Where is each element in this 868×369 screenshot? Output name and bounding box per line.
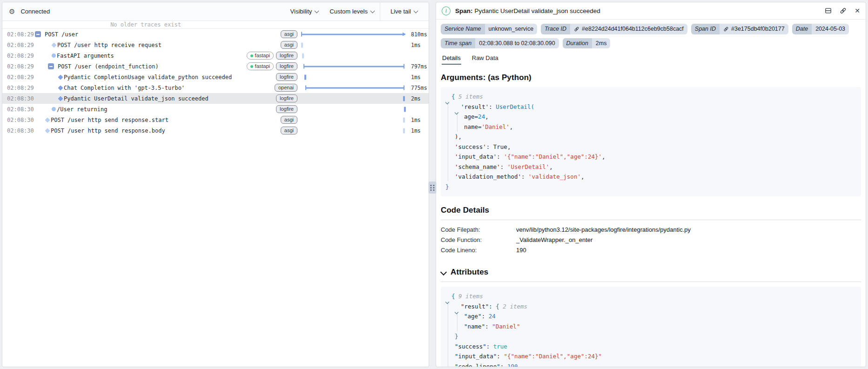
tag-logfire: logfire [276, 52, 297, 60]
indent-guide [448, 302, 448, 367]
trace-row-label: Chat Completion with 'gpt-3.5-turbo' [64, 85, 185, 91]
duration-bar [301, 42, 303, 47]
gear-icon[interactable]: ⚙ [2, 7, 20, 16]
badge-time-span: Time span02:08:30.088 to 02:08:30.090 [441, 38, 559, 49]
duration-bar [301, 34, 405, 35]
visibility-dropdown[interactable]: Visibility [285, 2, 324, 20]
trace-row-label: POST /user http send response.start [51, 117, 168, 123]
code-line: ), [445, 132, 856, 142]
trace-row[interactable]: 02:08:30/User returninglogfire [2, 104, 429, 114]
trace-timestamp: 02:08:29 [2, 53, 34, 59]
divider [441, 220, 861, 220]
duration-bar-track [301, 29, 407, 40]
tag-logfire: logfire [276, 105, 297, 113]
span-diamond-icon [45, 117, 50, 122]
indent-guide [457, 312, 458, 331]
badge-service-name: Service Nameunknown_service [441, 24, 537, 34]
span-diamond-icon [45, 128, 50, 133]
duration-bar-track [301, 104, 407, 114]
code-filepath-label: Code Filepath: [441, 225, 516, 235]
tag-asgi: asgi [281, 30, 297, 38]
duration-bar-track [301, 82, 407, 93]
code-line: } [445, 182, 856, 192]
trace-row-tags: asgi [277, 127, 301, 134]
panel-splitter[interactable] [429, 2, 436, 367]
trace-row-main: Pydantic CompletionUsage validate_python… [34, 73, 301, 81]
tab-raw-data[interactable]: Raw Data [471, 53, 499, 65]
no-older-traces-banner: No older traces exist [2, 21, 429, 29]
duration-bar-track [301, 72, 407, 82]
dock-view-icon[interactable] [825, 7, 832, 14]
code-line: { 5 items [445, 92, 856, 102]
collapse-minus-icon[interactable] [35, 31, 41, 37]
trace-row[interactable]: 02:08:30POST /user http send response.st… [2, 114, 429, 125]
trace-row-tags: logfire [272, 94, 301, 102]
splitter-grip-icon[interactable] [429, 181, 437, 194]
code-details-table: Code Filepath: venv/lib/python3.12/site-… [441, 225, 861, 255]
trace-timestamp: 02:08:29 [2, 74, 34, 81]
trace-timestamp: 02:08:30 [2, 117, 34, 123]
duration-bar [303, 66, 405, 67]
close-icon[interactable]: ✕ [855, 7, 860, 14]
badge-value: #e8224d24d41f064b112c6eb9cb58cacf [570, 24, 687, 34]
duration-label: 2ms [407, 95, 429, 102]
badge-date: Date2024-05-03 [792, 24, 849, 34]
trace-row[interactable]: 02:08:29FastAPI argumentsfastapilogfire [2, 50, 429, 61]
trace-row-label: POST /user http send response.body [51, 127, 165, 134]
duration-bar-track [301, 114, 407, 125]
duration-bar-track [301, 125, 407, 136]
link-icon[interactable] [574, 27, 579, 32]
tag-fastapi: fastapi [247, 52, 274, 60]
trace-row[interactable]: 02:08:29POST /user (endpoint_function)fa… [2, 61, 429, 72]
code-filepath-value: venv/lib/python3.12/site-packages/logfir… [516, 225, 691, 235]
tag-fastapi: fastapi [247, 62, 274, 70]
duration-label: 1ms [407, 127, 429, 134]
trace-timestamp: 02:08:29 [2, 63, 34, 70]
badge-duration: Duration2ms [563, 38, 611, 49]
span-diamond-icon [58, 96, 63, 101]
trace-row[interactable]: 02:08:29POST /userasgi810ms [2, 29, 429, 40]
duration-bar [302, 53, 304, 58]
collapse-section-icon[interactable] [441, 269, 447, 275]
tab-details[interactable]: Details [442, 53, 461, 65]
collapse-minus-icon[interactable] [48, 63, 54, 69]
duration-label: 810ms [407, 31, 429, 38]
trace-row[interactable]: 02:08:30POST /user http send response.bo… [2, 125, 429, 136]
code-line: { 9 items [445, 291, 856, 302]
link-icon[interactable] [723, 27, 729, 32]
badge-value: 2024-05-03 [812, 24, 849, 34]
badge-value: 02:08:30.088 to 02:08:30.090 [475, 38, 558, 49]
duration-bar [403, 128, 405, 133]
log-circle-icon [52, 54, 56, 58]
code-line: } [445, 331, 856, 342]
attributes-code-block: { 9 items"result": { 2 items"age": 24"na… [441, 287, 861, 367]
code-filepath-row: Code Filepath: venv/lib/python3.12/site-… [441, 225, 861, 235]
connection-status: Connected [20, 8, 50, 15]
custom-levels-dropdown[interactable]: Custom levels [324, 2, 380, 20]
duration-bar [403, 117, 405, 122]
badge-label: Date [792, 24, 812, 34]
code-line: "success": true [445, 342, 856, 352]
trace-row[interactable]: 02:08:29Chat Completion with 'gpt-3.5-tu… [2, 82, 429, 93]
code-line: 'validation_method': 'validate_json', [445, 172, 856, 182]
code-line: "name": "Daniel" [445, 322, 856, 332]
duration-label: 1ms [407, 42, 429, 48]
span-diamond-icon [58, 74, 63, 80]
trace-row[interactable]: 02:08:30Pydantic UserDetail validate_jso… [2, 93, 429, 104]
trace-row[interactable]: 02:08:29Pydantic CompletionUsage validat… [2, 72, 429, 82]
duration-bar-track [301, 50, 407, 61]
trace-timestamp: 02:08:29 [2, 42, 34, 48]
trace-timestamp: 02:08:29 [2, 31, 34, 38]
copy-link-icon[interactable] [840, 7, 847, 14]
live-tail-dropdown[interactable]: Live tail [380, 2, 428, 20]
badge-list: Service Nameunknown_serviceTrace ID#e822… [436, 20, 866, 49]
trace-row[interactable]: 02:08:29POST /user http receive requesta… [2, 40, 429, 50]
trace-list: 02:08:29POST /userasgi810ms02:08:29POST … [2, 29, 429, 367]
span-diamond-icon [51, 42, 56, 47]
info-icon: i [442, 7, 451, 15]
code-function-row: Code Function: _ValidateWrapper._on_ente… [441, 235, 861, 245]
span-diamond-icon [58, 85, 63, 90]
code-details-heading: Code Details [441, 206, 861, 215]
indent-guide [457, 112, 458, 132]
trace-row-label: POST /user (endpoint_function) [58, 63, 159, 70]
